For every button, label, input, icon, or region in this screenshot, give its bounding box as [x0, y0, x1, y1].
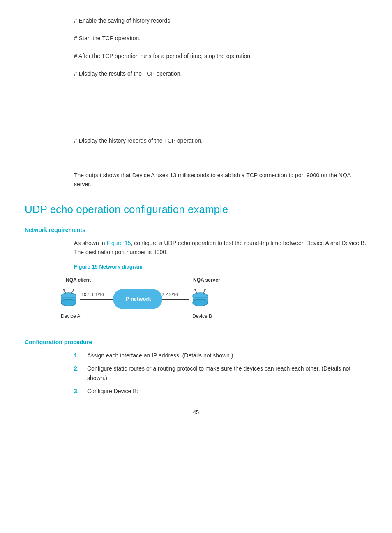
comment-line-2: # Start the TCP operation.	[74, 34, 367, 43]
list-item-2-text: Configure static routes or a routing pro…	[87, 364, 367, 382]
list-number-3: 3.	[74, 387, 84, 396]
list-item-3-text: Configure Device B:	[87, 387, 138, 396]
network-requirements-body: As shown in Figure 15, configure a UDP e…	[74, 239, 367, 257]
section-title: UDP echo operation configuration example	[25, 202, 367, 218]
device-a-icon	[58, 288, 80, 311]
device-b-name: Device B	[192, 313, 212, 320]
nqa-client-label: NQA client	[66, 276, 91, 284]
list-item-3: 3. Configure Device B:	[74, 387, 367, 396]
configuration-procedure-subtitle: Configuration procedure	[25, 338, 367, 347]
nqa-server-label: NQA server	[193, 276, 220, 284]
comment-line-1: # Enable the saving of history records.	[74, 16, 367, 25]
page-container: # Enable the saving of history records. …	[0, 0, 392, 533]
comment-line-4: # Display the results of the TCP operati…	[74, 70, 367, 78]
svg-point-2	[61, 299, 76, 306]
list-number-2: 2.	[74, 364, 84, 373]
svg-line-17	[203, 290, 205, 293]
svg-line-7	[71, 290, 74, 293]
comment-line-3: # After the TCP operation runs for a per…	[74, 52, 367, 60]
connector-line-right	[162, 299, 189, 300]
svg-point-12	[193, 299, 208, 306]
device-b-icon	[189, 288, 212, 311]
ip-network-cloud: IP network	[113, 289, 162, 309]
figure-15-link[interactable]: Figure 15	[106, 240, 131, 246]
svg-line-6	[64, 290, 66, 293]
config-list: 1. Assign each interface an IP address. …	[74, 351, 367, 396]
device-a-name: Device A	[61, 313, 80, 320]
ip-label-a: 10.1.1.1/16	[81, 291, 104, 298]
svg-line-16	[195, 290, 197, 293]
figure-title: Figure 15 Network diagram	[74, 263, 367, 271]
output-text: The output shows that Device A uses 13 m…	[74, 171, 367, 189]
network-requirements-subtitle: Network requirements	[25, 226, 367, 234]
connector-line-left	[80, 299, 113, 300]
page-number: 45	[25, 408, 367, 417]
list-item-1: 1. Assign each interface an IP address. …	[74, 351, 367, 360]
history-comment: # Display the history records of the TCP…	[74, 137, 367, 145]
network-diagram: NQA client NQA server 10.1.1.1/16 10.2.2…	[49, 276, 255, 326]
list-item-1-text: Assign each interface an IP address. (De…	[87, 351, 233, 360]
list-number-1: 1.	[74, 351, 84, 360]
list-item-2: 2. Configure static routes or a routing …	[74, 364, 367, 382]
